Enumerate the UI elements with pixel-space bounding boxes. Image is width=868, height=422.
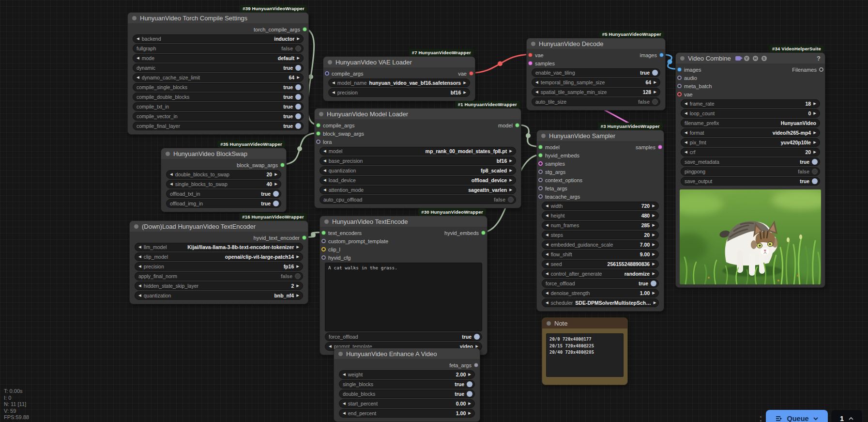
node-sampler[interactable]: #3 HunyuanVideoWrapperHunyuanVideo Sampl…: [536, 130, 664, 312]
collapse-dot-icon[interactable]: [680, 56, 685, 61]
decrement-arrow-icon[interactable]: ◀: [323, 169, 326, 172]
decrement-arrow-icon[interactable]: ◀: [535, 90, 538, 94]
increment-arrow-icon[interactable]: ▶: [463, 91, 466, 94]
increment-arrow-icon[interactable]: ▶: [296, 294, 299, 297]
widget-llm_model[interactable]: ◀llm_modelKijai/llava-llama-3-8b-text-en…: [135, 243, 303, 251]
increment-arrow-icon[interactable]: ▶: [468, 411, 471, 415]
node-title-bar[interactable]: HunyuanVideo Model Loader: [315, 109, 521, 119]
widget-single_blocks[interactable]: single_blockstrue: [339, 380, 475, 389]
widget-compile_vector_in[interactable]: compile_vector_intrue: [133, 112, 304, 121]
toggle-knob[interactable]: [295, 104, 301, 109]
decrement-arrow-icon[interactable]: ◀: [323, 188, 326, 192]
decrement-arrow-icon[interactable]: ◀: [323, 178, 326, 182]
samples-port[interactable]: [658, 145, 662, 149]
widget-force_offload[interactable]: force_offloadtrue: [542, 279, 659, 288]
torch_compile_args-port[interactable]: [303, 27, 307, 31]
widget-crf[interactable]: ◀crf20▶: [681, 148, 820, 156]
decrement-arrow-icon[interactable]: ◀: [546, 291, 548, 295]
vae-port[interactable]: [528, 53, 533, 57]
node-torch-compile[interactable]: #39 HunyuanVideoWrapperHunyuanVideo Torc…: [127, 12, 309, 135]
node-graph-canvas[interactable]: T: 0.00s I: 0 N: 11 [11] V: 59 FPS:59.88…: [0, 0, 868, 422]
compile_args-port[interactable]: [325, 71, 329, 76]
toggle-knob[interactable]: [273, 201, 279, 206]
Filenames-port[interactable]: [819, 67, 823, 72]
hyvid_cfg-port[interactable]: [321, 255, 326, 260]
images-port[interactable]: [659, 53, 664, 57]
increment-arrow-icon[interactable]: ▶: [297, 37, 300, 41]
vae-port[interactable]: [469, 71, 473, 76]
node-decode[interactable]: #5 HunyuanVideoWrapperHunyuanVideo Decod…: [526, 38, 666, 110]
hyvid_embeds-port[interactable]: [481, 231, 486, 235]
decrement-arrow-icon[interactable]: ◀: [685, 141, 687, 144]
widget-seed[interactable]: ◀seed256155248890836▶: [542, 260, 659, 268]
decrement-arrow-icon[interactable]: ◀: [546, 301, 548, 305]
collapse-dot-icon[interactable]: [338, 352, 343, 356]
increment-arrow-icon[interactable]: ▶: [296, 265, 299, 268]
widget-single_blocks_to_swap[interactable]: ◀single_blocks_to_swap40▶: [166, 180, 281, 188]
widget-compile_double_blocks[interactable]: compile_double_blockstrue: [133, 93, 304, 101]
help-icon[interactable]: ?: [817, 55, 821, 62]
increment-arrow-icon[interactable]: ▶: [654, 301, 656, 305]
batch-count-spinner[interactable]: 1: [831, 410, 862, 422]
widget-scheduler[interactable]: ◀schedulerSDE-DPMSolverMultistepSch…▶: [542, 298, 659, 307]
decrement-arrow-icon[interactable]: ◀: [546, 252, 548, 256]
toggle-knob[interactable]: [651, 281, 656, 286]
decrement-arrow-icon[interactable]: ◀: [685, 102, 687, 106]
decrement-arrow-icon[interactable]: ◀: [138, 294, 141, 297]
widget-embedded_guidance_scale[interactable]: ◀embedded_guidance_scale7.00▶: [542, 240, 659, 249]
toggle-knob[interactable]: [467, 381, 472, 387]
increment-arrow-icon[interactable]: ▶: [652, 291, 655, 295]
decrement-arrow-icon[interactable]: ◀: [546, 223, 548, 227]
widget-compile_final_layer[interactable]: compile_final_layertrue: [133, 122, 304, 130]
widget-precision[interactable]: ◀precisionbf16▶: [328, 88, 470, 97]
widget-model[interactable]: ◀modelmp_rank_00_model_states_fp8.pt▶: [320, 147, 516, 156]
widget-auto_cpu_offload[interactable]: auto_cpu_offloadfalse: [320, 195, 516, 204]
toggle-knob[interactable]: [295, 273, 301, 279]
widget-auto_tile_size[interactable]: auto_tile_sizefalse: [532, 97, 660, 106]
widget-control_after_generate[interactable]: ◀control_after_generaterandomize▶: [542, 269, 659, 278]
hyvid_text_encoder-port[interactable]: [302, 235, 306, 240]
decrement-arrow-icon[interactable]: ◀: [137, 76, 139, 79]
note-text[interactable]: 20/0 720x480@17720/15 720x480@22520/40 7…: [546, 333, 624, 377]
widget-enable_vae_tiling[interactable]: enable_vae_tilingtrue: [532, 68, 660, 77]
collapse-dot-icon[interactable]: [541, 134, 546, 138]
increment-arrow-icon[interactable]: ▶: [813, 141, 816, 144]
collapse-dot-icon[interactable]: [547, 321, 551, 326]
increment-arrow-icon[interactable]: ▶: [813, 150, 816, 154]
queue-widget[interactable]: Queue 1: [759, 410, 868, 422]
widget-compile_single_blocks[interactable]: compile_single_blockstrue: [133, 83, 304, 92]
collapse-dot-icon[interactable]: [166, 152, 170, 156]
widget-compile_txt_in[interactable]: compile_txt_intrue: [133, 102, 304, 111]
toggle-knob[interactable]: [474, 334, 480, 340]
widget-quantization[interactable]: ◀quantizationbnb_nf4▶: [135, 291, 303, 300]
node-title-bar[interactable]: HunyuanVideo TextEncode: [320, 216, 487, 227]
increment-arrow-icon[interactable]: ▶: [274, 182, 277, 186]
hyvid_embeds-port[interactable]: [538, 153, 543, 157]
increment-arrow-icon[interactable]: ▶: [813, 111, 816, 115]
decrement-arrow-icon[interactable]: ◀: [138, 245, 141, 249]
prompt-textarea[interactable]: A cat walks in the grass.: [325, 263, 482, 331]
decrement-arrow-icon[interactable]: ◀: [170, 182, 173, 186]
widget-save_output[interactable]: save_outputtrue: [681, 177, 820, 186]
increment-arrow-icon[interactable]: ▶: [509, 178, 512, 182]
increment-arrow-icon[interactable]: ▶: [652, 223, 655, 227]
node-text-encode[interactable]: #30 HunyuanVideoWrapperHunyuanVideo Text…: [320, 216, 487, 355]
increment-arrow-icon[interactable]: ▶: [813, 131, 816, 135]
widget-offload_txt_in[interactable]: offload_txt_intrue: [166, 189, 281, 198]
chevron-down-icon[interactable]: [813, 417, 819, 421]
decrement-arrow-icon[interactable]: ◀: [332, 81, 335, 85]
increment-arrow-icon[interactable]: ▶: [652, 262, 655, 266]
increment-arrow-icon[interactable]: ▶: [652, 233, 655, 237]
queue-button[interactable]: Queue: [766, 410, 828, 422]
increment-arrow-icon[interactable]: ▶: [652, 214, 655, 218]
decrement-arrow-icon[interactable]: ◀: [332, 91, 335, 94]
decrement-arrow-icon[interactable]: ◀: [546, 233, 548, 237]
collapse-dot-icon[interactable]: [319, 112, 323, 116]
drag-handle-icon[interactable]: [759, 415, 762, 422]
toggle-knob[interactable]: [467, 391, 472, 397]
increment-arrow-icon[interactable]: ▶: [654, 80, 656, 84]
decrement-arrow-icon[interactable]: ◀: [546, 262, 548, 266]
feta_args-port[interactable]: [474, 363, 478, 367]
custom_prompt_template-port[interactable]: [321, 239, 326, 243]
widget-force_offload[interactable]: force_offloadtrue: [325, 332, 482, 341]
